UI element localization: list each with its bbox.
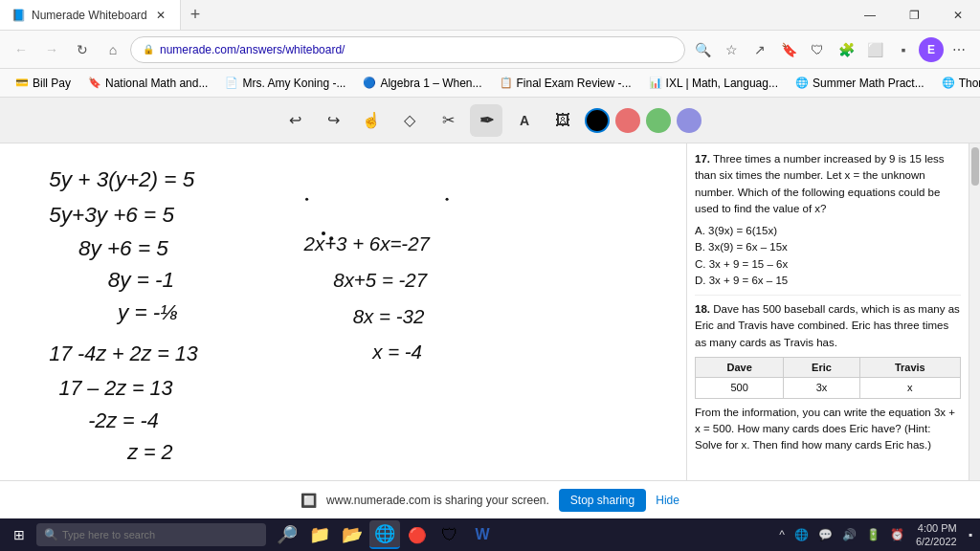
svg-point-16	[446, 198, 449, 201]
stop-sharing-button[interactable]: Stop sharing	[559, 489, 646, 512]
undo-icon: ↩	[289, 111, 301, 129]
notification-icon: 🔲	[301, 493, 317, 508]
taskbar-volume-icon[interactable]: 🔊	[838, 520, 860, 549]
browser-essentials-icon[interactable]: 🛡	[804, 36, 831, 63]
maximize-button[interactable]: ❐	[892, 0, 936, 31]
taskbar-search[interactable]: 🔍	[36, 523, 266, 546]
bookmark-amy-koning[interactable]: 📄 Mrs. Amy Koning -...	[217, 75, 353, 92]
q18-body: Dave has 500 baseball cards, which is as…	[695, 303, 960, 348]
tab-area: 📘 Numerade Whiteboard ✕ +	[0, 0, 848, 30]
new-tab-button[interactable]: +	[181, 5, 211, 25]
taskbar-clock[interactable]: ⏰	[886, 520, 908, 549]
drawing-toolbar: ↩ ↪ ☝ ◇ ✂ ✒ A 🖼	[0, 98, 980, 143]
pen-button[interactable]: ✒	[470, 104, 502, 137]
taskbar-datetime[interactable]: 4:00 PM 6/2/2022	[910, 521, 963, 549]
favorites-icon[interactable]: ☆	[718, 36, 745, 63]
bookmark-ixl[interactable]: 📊 IXL | Math, Languag...	[641, 75, 786, 92]
color-black[interactable]	[585, 108, 610, 133]
taskbar-shield[interactable]: 🛡	[434, 520, 465, 549]
text-button[interactable]: A	[508, 104, 541, 137]
bookmark-bill-pay[interactable]: 💳 Bill Pay	[8, 75, 78, 92]
split-view-icon[interactable]: ⬜	[861, 36, 888, 63]
bookmark-icon-bill-pay: 💳	[15, 77, 29, 89]
q18-text: 18. Dave has 500 baseball cards, which i…	[695, 301, 961, 351]
q18-val-dave: 500	[696, 378, 784, 399]
start-button[interactable]: ⊞	[4, 520, 34, 549]
tab-close-button[interactable]: ✕	[153, 8, 168, 23]
color-red[interactable]	[615, 108, 640, 133]
q17-text: 17. Three times a number increased by 9 …	[695, 151, 961, 217]
select-tool-button[interactable]: ☝	[355, 104, 388, 137]
active-tab[interactable]: 📘 Numerade Whiteboard ✕	[0, 0, 181, 30]
q18-table: Dave Eric Travis 500 3x x	[695, 357, 961, 399]
bookmark-final-exam[interactable]: 📋 Final Exam Review -...	[492, 75, 639, 92]
q18-followup: From the information, you can write the …	[695, 405, 961, 454]
bookmark-thomastik[interactable]: 🌐 Thomastik-Infeld C...	[934, 75, 980, 92]
bookmark-label-summer-math: Summer Math Pract...	[813, 77, 924, 90]
forward-button[interactable]: →	[38, 36, 65, 63]
url-bar[interactable]: 🔒 numerade.com/answers/whiteboard/	[130, 36, 685, 63]
svg-text:x = -4: x = -4	[371, 341, 422, 363]
taskbar-battery-icon[interactable]: 🔋	[862, 520, 884, 549]
svg-text:z = 2: z = 2	[126, 441, 172, 464]
svg-point-14	[329, 236, 333, 240]
close-button[interactable]: ✕	[936, 0, 980, 31]
svg-text:-2z = -4: -2z = -4	[88, 409, 159, 432]
q18-val-travis: x	[859, 378, 960, 399]
taskbar-word[interactable]: W	[467, 520, 498, 549]
undo-button[interactable]: ↩	[278, 104, 311, 137]
sidebar-icon[interactable]: ▪	[890, 36, 917, 63]
taskbar-app-red[interactable]: 🔴	[402, 520, 433, 549]
home-button[interactable]: ⌂	[100, 36, 126, 63]
refresh-button[interactable]: ↻	[69, 36, 96, 63]
image-button[interactable]: 🖼	[546, 104, 579, 137]
share-icon[interactable]: ↗	[746, 36, 773, 63]
bookmark-label-amy-koning: Mrs. Amy Koning -...	[242, 77, 345, 90]
bookmark-label-thomastik: Thomastik-Infeld C...	[959, 77, 980, 90]
bookmark-label-national-math: National Math and...	[105, 77, 208, 90]
taskbar-apps: 🔎 📁 📂 🌐 🔴 🛡 W	[272, 520, 498, 549]
svg-text:8y = -1: 8y = -1	[108, 268, 174, 292]
whiteboard-area: 5y + 3(y+2) = 5 5y+3y +6 = 5 8y +6 = 5 8…	[0, 143, 980, 480]
hide-button[interactable]: Hide	[656, 494, 679, 507]
taskbar-edge[interactable]: 🌐	[369, 520, 400, 549]
extensions-icon[interactable]: 🧩	[833, 36, 859, 63]
collections-icon[interactable]: 🔖	[775, 36, 802, 63]
taskbar-explorer[interactable]: 📁	[304, 520, 335, 549]
minimize-button[interactable]: —	[848, 0, 892, 31]
lasso-button[interactable]: ✂	[432, 104, 464, 137]
taskbar-files[interactable]: 📂	[337, 520, 368, 549]
search-icon-btn[interactable]: 🔍	[689, 36, 716, 63]
q17-body: Three times a number increased by 9 is 1…	[695, 153, 945, 214]
settings-icon[interactable]: ⋯	[946, 36, 972, 63]
taskbar-cortana[interactable]: 🔎	[272, 520, 302, 549]
taskbar-chevron[interactable]: ^	[775, 520, 789, 549]
bookmark-national-math[interactable]: 🔖 National Math and...	[80, 75, 215, 92]
bookmark-summer-math[interactable]: 🌐 Summer Math Pract...	[788, 75, 932, 92]
redo-button[interactable]: ↪	[317, 104, 349, 137]
color-blue[interactable]	[677, 108, 702, 133]
q17-option-a: A. 3(9x) = 6(15x)	[695, 223, 961, 239]
taskbar-chat-icon[interactable]: 💬	[814, 520, 836, 549]
q17-options: A. 3(9x) = 6(15x) B. 3x(9) = 6x – 15x C.…	[695, 223, 961, 289]
whiteboard-canvas[interactable]: 5y + 3(y+2) = 5 5y+3y +6 = 5 8y +6 = 5 8…	[0, 143, 686, 480]
svg-text:8x = -32: 8x = -32	[353, 305, 425, 327]
taskbar: ⊞ 🔍 🔎 📁 📂 🌐 🔴 🛡 W ^ 🌐 💬 🔊 🔋 ⏰ 4:00 PM 6/…	[0, 518, 980, 551]
taskbar-show-desktop[interactable]: ▪	[965, 520, 976, 549]
lasso-icon: ✂	[442, 111, 455, 129]
color-green[interactable]	[646, 108, 671, 133]
right-panel: 17. Three times a number increased by 9 …	[686, 143, 969, 480]
bookmark-algebra[interactable]: 🔵 Algebra 1 – When...	[355, 75, 489, 92]
notification-bar: 🔲 www.numerade.com is sharing your scree…	[0, 480, 980, 518]
svg-point-13	[322, 231, 325, 235]
eraser-button[interactable]: ◇	[393, 104, 426, 137]
right-scrollbar[interactable]	[969, 143, 980, 480]
image-icon: 🖼	[555, 112, 570, 129]
right-panel-content: 17. Three times a number increased by 9 …	[687, 143, 969, 462]
profile-avatar[interactable]: E	[919, 37, 944, 62]
taskbar-network-icon[interactable]: 🌐	[791, 520, 813, 549]
scrollbar-thumb[interactable]	[971, 147, 979, 186]
bookmarks-bar: 💳 Bill Pay 🔖 National Math and... 📄 Mrs.…	[0, 69, 980, 98]
back-button[interactable]: ←	[8, 36, 34, 63]
taskbar-search-input[interactable]	[62, 529, 244, 540]
